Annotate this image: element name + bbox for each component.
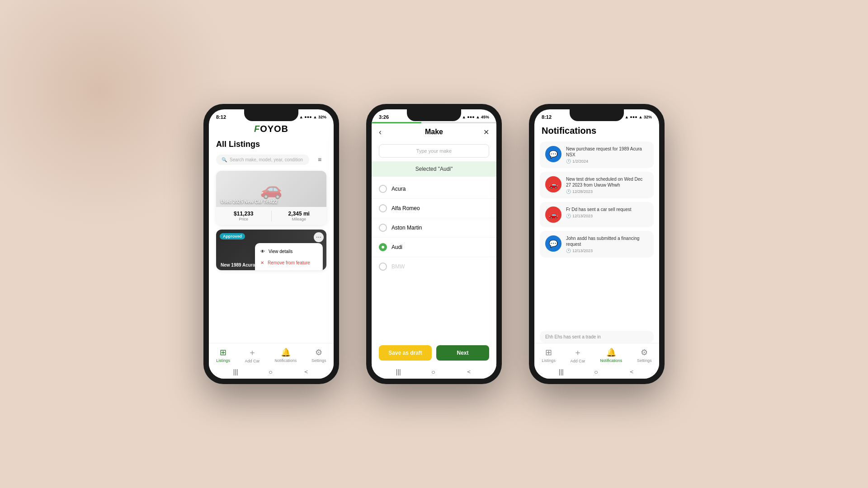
notif-text-1: New purchase request for 1989 Acura NSX [566,146,648,158]
status-time-3: 8:12 [542,114,552,120]
car-label-1: Used 2025 New Car Test22 [221,199,278,204]
make-item-astonmartin[interactable]: Aston Martin [372,218,496,238]
notif-body-1: New purchase request for 1989 Acura NSX … [566,146,648,164]
filter-button[interactable]: ≡ [313,153,326,166]
status-icons-3: ▲ ●●● ▲ 32% [625,115,652,119]
status-icons-2: ▲ ●●● ▲ 45% [462,115,489,119]
notif-body-3: Fr Dd has sent a car sell request 🕐 12/1… [566,206,648,218]
next-button[interactable]: Next [436,345,489,361]
make-label-alfaromeo: Alfa Romeo [392,205,420,211]
phone1-content: FOYOB All Listings 🔍 Search make, model,… [209,122,334,343]
status-time-1: 8:12 [216,114,226,120]
notif-item-3[interactable]: 🚗 Fr Dd has sent a car sell request 🕐 12… [540,202,654,227]
clock-icon-4: 🕐 [566,249,571,253]
nav-notifications-1[interactable]: 🔔 Notifications [274,347,297,363]
car-image-1: 🚗 Used 2025 New Car Test22 [216,171,326,207]
add-car-icon-3: ＋ [574,347,582,358]
phone2-content: ‹ Make ✕ Type your make Selected "Audi" … [372,123,496,365]
search-placeholder: Search make, model, year, condition [230,157,303,162]
eye-icon: 👁 [260,249,265,254]
notif-icon-1: 💬 [545,146,561,162]
make-list: Acura Alfa Romeo Aston Martin Audi BMW [372,179,496,341]
gesture-bar-3: ||| ○ ＜ [534,365,659,379]
nav-add-car-1[interactable]: ＋ Add Car [245,347,260,363]
status-time-2: 3:26 [379,114,389,120]
view-details-item[interactable]: 👁 View details [255,246,323,257]
approved-badge: Approved [220,233,245,239]
remove-feature-item[interactable]: ✕ Remove from feature [255,257,323,268]
nav-settings-3[interactable]: ⚙ Settings [637,347,652,363]
make-search-input[interactable]: Type your make [379,144,489,158]
make-buttons: Save as draft Next [372,341,496,365]
radio-audi [379,243,387,251]
bottom-nav-3: ⊞ Listings ＋ Add Car 🔔 Notifications ⚙ S… [534,343,659,365]
clock-icon-3: 🕐 [566,214,571,218]
notif-date-2: 🕐 12/28/2023 [566,189,648,194]
notif-body-2: New test drive scheduled on Wed Dec 27 2… [566,176,648,194]
search-icon: 🔍 [222,157,227,162]
notif-icon-3: 🚗 [545,206,561,223]
notif-item-4[interactable]: 💬 John asdd has submitted a financing re… [540,231,654,258]
notif-body-4: John asdd has submitted a financing requ… [566,235,648,253]
car-card-2[interactable]: 🚗 Approved New 1989 Acura NSX ⋯ 👁 View d… [216,230,326,270]
bell-icon-1: 🔔 [281,347,291,357]
notif-item-2[interactable]: 🚗 New test drive scheduled on Wed Dec 27… [540,172,654,198]
back-button[interactable]: ‹ [379,127,382,137]
notif-icon-2: 🚗 [545,176,561,192]
nav-listings-3[interactable]: ⊞ Listings [542,347,556,363]
radio-astonmartin [379,224,387,232]
selected-bar: Selected "Audi" [372,161,496,177]
divider [271,211,272,221]
car-silhouette-1: 🚗 [260,178,283,200]
nav-listings-1[interactable]: ⊞ Listings [216,347,230,363]
logo-f: F [254,124,260,134]
gesture-menu: ||| [233,368,238,375]
car-mileage-1: 2,345 mi Mileage [277,211,321,221]
search-bar: 🔍 Search make, model, year, condition ≡ [209,153,334,171]
gesture-back-2: ＜ [466,368,472,376]
request-archive-item[interactable]: 📁 Request to archive [255,268,323,270]
notif-date-3: 🕐 12/13/2023 [566,214,648,218]
car-card-1[interactable]: 🚗 Used 2025 New Car Test22 $11,233 Price… [216,171,326,225]
clock-icon-2: 🕐 [566,189,571,194]
make-label-bmw: BMW [392,263,405,270]
make-label-audi: Audi [392,244,402,250]
clock-icon-1: 🕐 [566,159,571,164]
search-input-wrap[interactable]: 🔍 Search make, model, year, condition [216,155,309,165]
notif-text-2: New test drive scheduled on Wed Dec 27 2… [566,176,648,188]
car-details-row-1: $11,233 Price 2,345 mi Mileage [216,207,326,225]
gesture-home-2: ○ [431,368,435,375]
three-dot-menu[interactable]: ⋯ [314,232,324,242]
save-draft-button[interactable]: Save as draft [379,345,432,361]
notif-item-1[interactable]: 💬 New purchase request for 1989 Acura NS… [540,141,654,168]
radio-bmw [379,263,387,271]
notif-text-3: Fr Dd has sent a car sell request [566,206,648,212]
radio-acura [379,185,387,193]
notch-1 [244,109,298,121]
nav-notifications-3[interactable]: 🔔 Notifications [600,347,622,363]
make-item-bmw[interactable]: BMW [372,257,496,276]
app-header: FOYOB [209,122,334,138]
notch-3 [570,109,624,121]
notif-date-4: 🕐 12/13/2023 [566,249,648,253]
nav-settings-1[interactable]: ⚙ Settings [311,347,326,363]
make-item-acura[interactable]: Acura [372,179,496,199]
close-button[interactable]: ✕ [483,128,489,136]
nav-add-car-3[interactable]: ＋ Add Car [571,347,585,363]
make-label-acura: Acura [392,186,406,192]
notif-date-1: 🕐 1/2/2024 [566,159,648,164]
phone3-content: Notifications 💬 New purchase request for… [534,122,659,343]
listings-icon-1: ⊞ [220,347,226,357]
settings-icon-1: ⚙ [315,347,322,357]
status-icons-1: ▲ ●●● ▲ 32% [299,115,326,119]
notifications-title: Notifications [534,122,659,141]
phone-2: 3:26 ▲ ●●● ▲ 45% ‹ Make ✕ Type your make… [366,104,502,384]
gesture-home-3: ○ [594,368,598,375]
logo-oyob: OYOB [260,124,288,134]
make-label-astonmartin: Aston Martin [392,225,422,231]
make-item-alfaromeo[interactable]: Alfa Romeo [372,199,496,218]
bell-icon-3: 🔔 [606,347,616,357]
gesture-menu-2: ||| [396,368,401,375]
make-item-audi[interactable]: Audi [372,238,496,257]
context-menu: 👁 View details ✕ Remove from feature 📁 R… [255,243,323,270]
